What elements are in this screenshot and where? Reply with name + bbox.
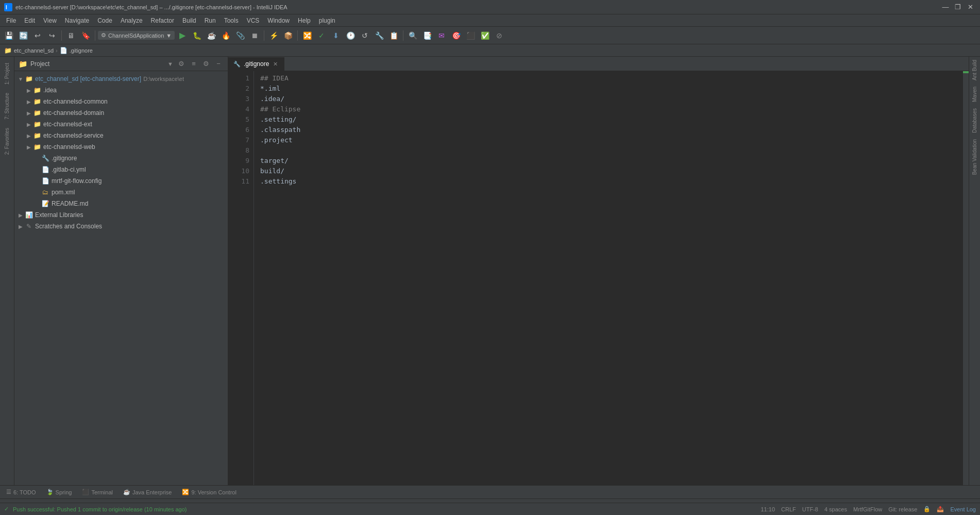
panel-layout-btn[interactable]: ≡ — [189, 59, 199, 69]
toolbar-ij-btn[interactable]: ⬛ — [464, 29, 477, 42]
status-line-ending[interactable]: CRLF — [781, 506, 796, 512]
tree-item-common[interactable]: ▶ 📁 etc-channelsd-common — [14, 96, 228, 107]
menu-file[interactable]: File — [2, 16, 20, 25]
tree-item-ext[interactable]: ▶ 📁 etc-channelsd-ext — [14, 119, 228, 130]
breadcrumb-project[interactable]: etc_channel_sd — [14, 47, 54, 54]
toolbar-sync-btn[interactable]: 🔄 — [16, 29, 30, 42]
editor-tabs: 🔧 .gitignore ✕ — [228, 57, 969, 71]
menu-view[interactable]: View — [39, 16, 61, 25]
tree-item-service[interactable]: ▶ 📁 etc-channelsd-service — [14, 130, 228, 141]
line-num-2: 2 — [228, 84, 249, 94]
toolbar-coverage-btn[interactable]: ☕ — [205, 29, 218, 42]
right-sidebar-databases[interactable]: Databases — [971, 105, 978, 136]
line-num-9: 9 — [228, 156, 249, 166]
toolbar-build1-btn[interactable]: ⚡ — [267, 29, 280, 42]
left-strip-structure[interactable]: 7: Structure — [3, 89, 11, 124]
status-vcs[interactable]: MrtfGitFlow — [853, 506, 882, 512]
toolbar-git-btn[interactable]: 🔀 — [300, 29, 314, 42]
tree-item-mrtf[interactable]: ▶ 📄 mrtf-git-flow.config — [14, 175, 228, 187]
toolbar-save-btn[interactable]: 💾 — [2, 29, 15, 42]
tree-item-gitlab[interactable]: ▶ 📄 .gitlab-ci.yml — [14, 164, 228, 175]
tab-close-btn[interactable]: ✕ — [272, 60, 279, 68]
breadcrumb-file[interactable]: .gitignore — [70, 47, 93, 54]
menu-run[interactable]: Run — [200, 16, 220, 25]
toolbar-attach-btn[interactable]: 📎 — [233, 29, 247, 42]
toolbar-ms-btn[interactable]: ✉ — [435, 29, 448, 42]
status-position[interactable]: 11:10 — [761, 506, 775, 512]
menu-analyze[interactable]: Analyze — [116, 16, 147, 25]
panel-settings-btn[interactable]: ⚙ — [176, 59, 187, 69]
menu-refactor[interactable]: Refactor — [147, 16, 178, 25]
close-button[interactable]: ✕ — [965, 2, 976, 13]
menu-build[interactable]: Build — [178, 16, 200, 25]
run-config-label: ChannelSdApplication — [108, 32, 164, 39]
bottom-tab-version-control[interactable]: 🔀 9: Version Control — [178, 487, 240, 498]
minimize-button[interactable]: — — [940, 2, 951, 13]
toolbar-git-clock-btn[interactable]: 🕐 — [344, 29, 357, 42]
toolbar-git-collect-btn[interactable]: 📋 — [387, 29, 400, 42]
panel-dropdown-arrow[interactable]: ▼ — [167, 61, 173, 67]
status-encoding[interactable]: UTF-8 — [802, 506, 818, 512]
run-config-selector[interactable]: ⚙ ChannelSdApplication ▼ — [98, 31, 175, 40]
right-sidebar-maven[interactable]: Maven — [971, 84, 978, 105]
code-line-4: ## Eclipse — [260, 104, 956, 114]
toolbar-stop-btn[interactable]: ⏹ — [248, 29, 261, 42]
tree-item-root[interactable]: ▼ 📁 etc_channel_sd [etc-channelsd-server… — [14, 73, 228, 85]
menu-plugin[interactable]: plugin — [315, 16, 340, 25]
restore-button[interactable]: ❐ — [952, 2, 964, 13]
menu-edit[interactable]: Edit — [20, 16, 39, 25]
toolbar-forward-btn[interactable]: ↪ — [45, 29, 59, 42]
toolbar-git-update-btn[interactable]: ⬇ — [329, 29, 343, 42]
toolbar-green-btn[interactable]: ✅ — [478, 29, 492, 42]
toolbar-copy-btn[interactable]: 📑 — [420, 29, 434, 42]
toolbar-search-btn[interactable]: 🔍 — [406, 29, 419, 42]
menu-help[interactable]: Help — [294, 16, 315, 25]
code-area[interactable]: ## IDEA *.iml .idea/ ## Eclipse .setting… — [254, 71, 962, 485]
toolbar-refresh-btn[interactable]: ↩ — [31, 29, 44, 42]
toolbar-window-btn[interactable]: 🖥 — [64, 29, 78, 42]
toolbar-run-btn[interactable]: ▶ — [176, 29, 189, 42]
right-sidebar-ant-build[interactable]: Ant Build — [971, 57, 978, 84]
status-message[interactable]: Push successful: Pushed 1 commit to orig… — [13, 506, 187, 512]
menu-bar: File Edit View Navigate Code Analyze Ref… — [0, 14, 980, 27]
menu-navigate[interactable]: Navigate — [61, 16, 93, 25]
toolbar-git-check-btn[interactable]: ✓ — [315, 29, 328, 42]
toolbar-build2-btn[interactable]: 📦 — [281, 29, 295, 42]
tree-item-domain[interactable]: ▶ 📁 etc-channelsd-domain — [14, 107, 228, 119]
toolbar-rd-btn[interactable]: 🎯 — [449, 29, 463, 42]
menu-tools[interactable]: Tools — [220, 16, 243, 25]
left-strip-project[interactable]: 1: Project — [3, 59, 11, 89]
horizontal-scrollbar[interactable] — [0, 499, 980, 503]
tree-item-external[interactable]: ▶ 📊 External Libraries — [14, 209, 228, 221]
tree-item-idea[interactable]: ▶ 📁 .idea — [14, 85, 228, 96]
menu-vcs[interactable]: VCS — [243, 16, 264, 25]
status-branch[interactable]: Git: release — [888, 506, 917, 512]
toolbar-git-settings-btn[interactable]: 🔧 — [373, 29, 386, 42]
toolbar-bookmark-btn[interactable]: 🔖 — [79, 29, 92, 42]
toolbar-profile-btn[interactable]: 🔥 — [219, 29, 232, 42]
tree-item-gitignore[interactable]: ▶ 🔧 .gitignore — [14, 153, 228, 164]
icon-idea-folder: 📁 — [33, 86, 41, 94]
left-strip-favorites[interactable]: 2: Favorites — [3, 124, 11, 159]
panel-gear-btn[interactable]: ⚙ — [201, 59, 211, 69]
toolbar-disable-btn[interactable]: ⊘ — [493, 29, 506, 42]
run-config-icon: ⚙ — [101, 32, 106, 39]
tree-item-scratches[interactable]: ▶ ✎ Scratches and Consoles — [14, 221, 228, 232]
menu-window[interactable]: Window — [263, 16, 294, 25]
right-sidebar-bean-validation[interactable]: Bean Validation — [971, 136, 978, 178]
line-num-1: 1 — [228, 73, 249, 84]
toolbar-debug-btn[interactable]: 🐛 — [190, 29, 204, 42]
toolbar-git-revert-btn[interactable]: ↺ — [358, 29, 371, 42]
editor-tab-gitignore[interactable]: 🔧 .gitignore ✕ — [228, 57, 284, 71]
status-event-log[interactable]: Event Log — [950, 506, 976, 512]
tree-item-readme[interactable]: ▶ 📝 README.md — [14, 198, 228, 209]
bottom-tab-java-enterprise[interactable]: ☕ Java Enterprise — [119, 487, 176, 498]
bottom-tab-spring[interactable]: 🍃 Spring — [42, 487, 76, 498]
menu-code[interactable]: Code — [93, 16, 116, 25]
bottom-tab-terminal[interactable]: ⬛ Terminal — [78, 487, 117, 498]
panel-close-btn[interactable]: − — [213, 59, 224, 69]
status-indent[interactable]: 4 spaces — [824, 506, 847, 512]
tree-item-pom[interactable]: ▶ 🗂 pom.xml — [14, 187, 228, 198]
bottom-tab-todo[interactable]: ☰ 6: TODO — [2, 487, 40, 498]
tree-item-web[interactable]: ▶ 📁 etc-channelsd-web — [14, 141, 228, 153]
